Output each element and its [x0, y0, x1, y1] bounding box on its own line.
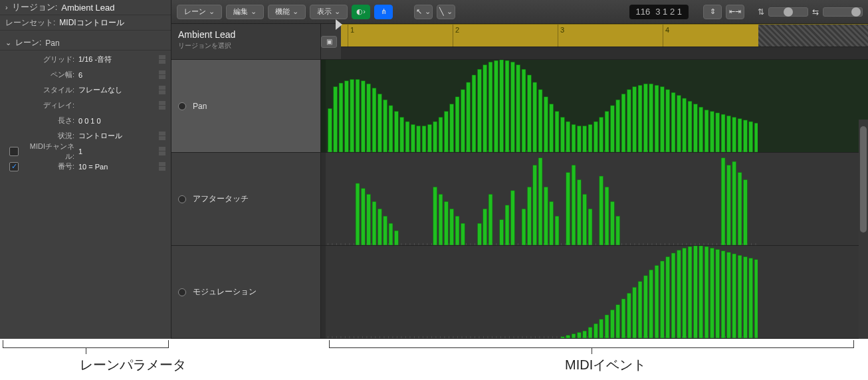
vertical-scrollbar[interactable] [859, 120, 868, 339]
menu-edit[interactable]: 編集⌄ [226, 5, 264, 19]
svg-rect-353 [749, 258, 753, 338]
lane-body-pan[interactable] [321, 60, 868, 152]
lane-select-radio[interactable] [178, 102, 186, 110]
ruler-bar-3[interactable]: 3 [558, 25, 564, 48]
lane-head-modulation[interactable]: モジュレーション [171, 246, 321, 338]
param-grid[interactable]: グリッド: 1/16 -音符 [0, 52, 171, 67]
lane-set-row[interactable]: レーンセット: MIDIコントロール [0, 15, 171, 31]
svg-rect-185 [394, 231, 398, 245]
param-midi-channel[interactable]: MIDIチャンネル: 1 [0, 143, 171, 159]
svg-rect-49 [599, 117, 603, 152]
svg-rect-346 [710, 248, 714, 338]
svg-rect-184 [389, 223, 393, 245]
menu-lane[interactable]: レーン⌄ [177, 5, 222, 19]
param-style[interactable]: スタイル: フレームなし [0, 82, 171, 98]
lane-row[interactable]: ⌄ レーン: Pan [0, 31, 171, 50]
app-window: › リージョン: Ambient Lead レーンセット: MIDIコントロール… [0, 0, 868, 339]
midi-out-button[interactable]: ▣ [321, 36, 337, 48]
svg-rect-3 [344, 81, 348, 152]
svg-rect-183 [383, 216, 387, 245]
svg-rect-2 [339, 83, 343, 152]
svg-rect-70 [716, 113, 720, 152]
param-delay[interactable]: ディレイ: [0, 98, 171, 113]
menu-view[interactable]: 表示⌄ [310, 5, 348, 19]
svg-rect-187 [439, 194, 443, 245]
svg-rect-335 [649, 270, 653, 338]
menu-function[interactable]: 機能⌄ [268, 5, 306, 19]
svg-rect-328 [610, 310, 614, 338]
hzoom-fit-icon: ⇤⇥ [729, 7, 741, 16]
svg-rect-188 [444, 201, 448, 245]
param-length[interactable]: 長さ: 0 0 1 0 [0, 113, 171, 128]
stepper-icon[interactable] [159, 147, 165, 155]
svg-rect-40 [550, 104, 554, 152]
svg-rect-342 [688, 246, 692, 338]
line-tool[interactable]: ╲⌄ [437, 5, 455, 19]
lane-body-modulation[interactable] [321, 246, 868, 338]
svg-rect-323 [583, 331, 587, 338]
param-pen-width[interactable]: ペン幅: 6 [0, 67, 171, 82]
svg-rect-68 [705, 110, 708, 152]
midi-channel-checkbox[interactable] [9, 147, 19, 156]
svg-rect-189 [450, 209, 454, 245]
svg-rect-179 [361, 189, 365, 245]
svg-rect-327 [605, 315, 609, 338]
midi-in-button[interactable]: ◐› [352, 5, 370, 19]
svg-rect-212 [610, 201, 614, 245]
vertical-autozoom-button[interactable]: ⇕ [703, 5, 722, 19]
catch-playhead-button[interactable]: ⋔ [374, 5, 393, 19]
stepper-icon[interactable] [159, 70, 165, 79]
svg-rect-206 [572, 165, 576, 245]
svg-rect-199 [527, 187, 531, 245]
svg-rect-15 [411, 124, 415, 152]
stepper-icon[interactable] [159, 101, 165, 110]
svg-rect-59 [655, 85, 659, 152]
horizontal-autozoom-button[interactable]: ⇤⇥ [726, 5, 744, 19]
lane-select-radio[interactable] [178, 195, 186, 203]
lane-select-radio[interactable] [178, 288, 186, 296]
svg-rect-54 [627, 90, 631, 152]
scrollbar-thumb[interactable] [860, 126, 867, 233]
lane-aftertouch[interactable]: アフタータッチ [171, 153, 868, 246]
svg-rect-345 [705, 246, 708, 338]
svg-rect-42 [560, 117, 564, 152]
ruler-bar-4[interactable]: 4 [663, 25, 669, 48]
stepper-icon[interactable] [159, 55, 165, 64]
lane-modulation[interactable]: モジュレーション [171, 246, 868, 339]
svg-rect-200 [533, 165, 537, 245]
region-header-row[interactable]: › リージョン: Ambient Lead [0, 0, 171, 15]
horizontal-zoom-slider[interactable] [823, 7, 863, 17]
bar-ruler[interactable]: 123456 [341, 24, 868, 47]
vertical-zoom-slider[interactable] [768, 7, 808, 17]
stepper-icon[interactable] [159, 162, 165, 171]
svg-rect-208 [583, 194, 587, 245]
svg-rect-12 [394, 112, 398, 152]
beat-ruler[interactable] [341, 47, 868, 59]
svg-rect-38 [538, 90, 542, 152]
laneset-label: レーンセット: [5, 17, 55, 29]
svg-rect-24 [461, 90, 465, 152]
ruler-bar-2[interactable]: 2 [453, 25, 459, 48]
svg-rect-321 [572, 333, 576, 338]
svg-rect-339 [671, 253, 675, 338]
lane-head-pan[interactable]: Pan [171, 60, 321, 152]
svg-rect-209 [588, 209, 592, 245]
param-number[interactable]: ✓ 番号: 10 = Pan [0, 159, 171, 174]
stepper-icon[interactable] [159, 86, 165, 94]
lane-head-aftertouch[interactable]: アフタータッチ [171, 153, 321, 245]
svg-rect-341 [683, 248, 687, 338]
number-checkbox[interactable]: ✓ [9, 162, 19, 171]
position-lcd[interactable]: 116 3 1 2 1 [629, 5, 689, 19]
svg-rect-58 [649, 84, 653, 152]
ruler[interactable]: 123456 [341, 24, 868, 59]
stepper-icon[interactable] [159, 132, 165, 140]
svg-rect-67 [699, 107, 703, 152]
lane-pan[interactable]: Pan [171, 60, 868, 153]
svg-rect-14 [405, 122, 409, 152]
pointer-tool[interactable]: ↖⌄ [414, 5, 433, 19]
svg-rect-53 [621, 94, 625, 152]
lane-body-aftertouch[interactable] [321, 153, 868, 245]
ruler-bar-1[interactable]: 1 [348, 25, 354, 48]
svg-rect-193 [483, 209, 487, 245]
svg-rect-182 [378, 209, 381, 245]
